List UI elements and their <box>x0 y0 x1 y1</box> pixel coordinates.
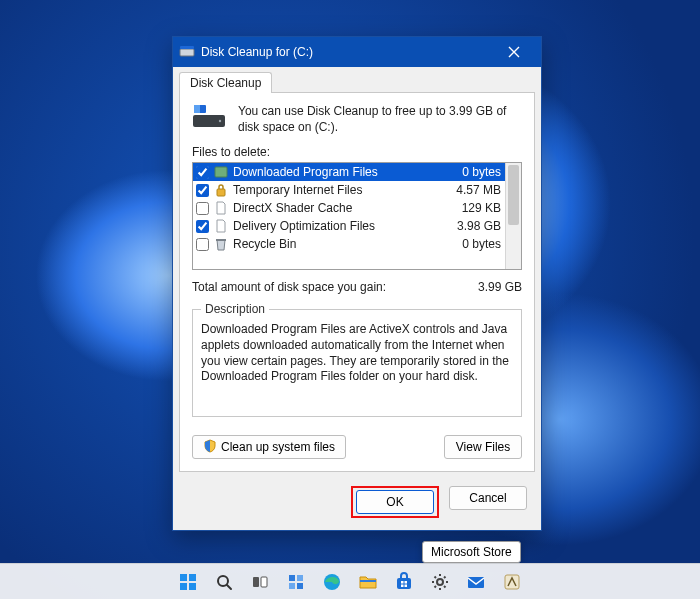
task-view-icon[interactable] <box>245 567 275 597</box>
svg-rect-11 <box>180 583 187 590</box>
file-checkbox[interactable] <box>196 166 209 179</box>
svg-rect-15 <box>261 577 267 587</box>
svg-rect-9 <box>180 574 187 581</box>
file-size: 0 bytes <box>462 237 505 251</box>
svg-rect-17 <box>297 575 303 581</box>
cleanup-system-files-label: Clean up system files <box>221 440 335 454</box>
ok-button[interactable]: OK <box>356 490 434 514</box>
description-group: Description Downloaded Program Files are… <box>192 302 522 417</box>
svg-rect-28 <box>468 577 484 588</box>
description-text: Downloaded Program Files are ActiveX con… <box>201 322 513 408</box>
view-files-button[interactable]: View Files <box>444 435 522 459</box>
file-explorer-icon[interactable] <box>353 567 383 597</box>
svg-point-5 <box>219 120 221 122</box>
file-name: Recycle Bin <box>233 237 458 251</box>
file-icon <box>213 200 229 216</box>
file-row[interactable]: Delivery Optimization Files3.98 GB <box>193 217 521 235</box>
taskbar[interactable] <box>0 563 700 599</box>
files-to-delete-label: Files to delete: <box>192 145 522 159</box>
svg-rect-7 <box>217 189 225 196</box>
svg-rect-25 <box>401 584 404 587</box>
file-icon <box>213 236 229 252</box>
taskbar-tooltip: Microsoft Store <box>422 541 521 563</box>
file-name: Downloaded Program Files <box>233 165 458 179</box>
intro-text: You can use Disk Cleanup to free up to 3… <box>238 103 522 135</box>
total-value: 3.99 GB <box>478 280 522 294</box>
app-icon[interactable] <box>497 567 527 597</box>
file-checkbox[interactable] <box>196 202 209 215</box>
close-button[interactable] <box>493 39 535 65</box>
widgets-icon[interactable] <box>281 567 311 597</box>
search-icon[interactable] <box>209 567 239 597</box>
svg-rect-6 <box>215 167 227 177</box>
file-row[interactable]: Downloaded Program Files0 bytes <box>193 163 521 181</box>
dialog-actions: OK Cancel <box>173 478 541 530</box>
total-label: Total amount of disk space you gain: <box>192 280 478 294</box>
window-title: Disk Cleanup for (C:) <box>201 45 493 59</box>
svg-rect-1 <box>180 46 194 49</box>
file-icon <box>213 218 229 234</box>
file-size: 4.57 MB <box>456 183 505 197</box>
svg-rect-3 <box>194 105 200 113</box>
scrollbar[interactable] <box>505 163 521 269</box>
titlebar[interactable]: Disk Cleanup for (C:) <box>173 37 541 67</box>
svg-rect-14 <box>253 577 259 587</box>
mail-icon[interactable] <box>461 567 491 597</box>
panel-actions: Clean up system files View Files <box>192 435 522 459</box>
intro-row: You can use Disk Cleanup to free up to 3… <box>192 103 522 135</box>
start-icon[interactable] <box>173 567 203 597</box>
cleanup-system-files-button[interactable]: Clean up system files <box>192 435 346 459</box>
settings-icon[interactable] <box>425 567 455 597</box>
svg-rect-24 <box>405 581 408 584</box>
svg-rect-18 <box>289 583 295 589</box>
svg-rect-10 <box>189 574 196 581</box>
svg-rect-22 <box>397 578 411 589</box>
dialog-client: Disk Cleanup You can use Disk Cleanup to… <box>173 67 541 530</box>
file-row[interactable]: Recycle Bin0 bytes <box>193 235 521 253</box>
shield-icon <box>203 439 217 456</box>
file-size: 0 bytes <box>462 165 505 179</box>
svg-rect-19 <box>297 583 303 589</box>
ok-highlight: OK <box>351 486 439 518</box>
svg-point-27 <box>437 579 443 585</box>
files-listbox[interactable]: Downloaded Program Files0 bytesTemporary… <box>192 162 522 270</box>
description-legend: Description <box>201 302 269 316</box>
file-name: Delivery Optimization Files <box>233 219 453 233</box>
svg-rect-8 <box>216 239 226 241</box>
file-checkbox[interactable] <box>196 220 209 233</box>
disk-cleanup-dialog: Disk Cleanup for (C:) Disk Cleanup You c… <box>172 36 542 531</box>
file-name: Temporary Internet Files <box>233 183 452 197</box>
file-size: 129 KB <box>462 201 505 215</box>
svg-rect-21 <box>360 580 376 582</box>
drive-large-icon <box>192 103 226 129</box>
tab-disk-cleanup[interactable]: Disk Cleanup <box>179 72 272 93</box>
tab-strip: Disk Cleanup <box>173 71 541 92</box>
file-icon <box>213 182 229 198</box>
store-icon[interactable] <box>389 567 419 597</box>
file-name: DirectX Shader Cache <box>233 201 458 215</box>
drive-icon <box>179 44 195 60</box>
file-size: 3.98 GB <box>457 219 505 233</box>
file-checkbox[interactable] <box>196 184 209 197</box>
tab-panel: You can use Disk Cleanup to free up to 3… <box>179 92 535 472</box>
total-row: Total amount of disk space you gain: 3.9… <box>192 280 522 294</box>
svg-rect-23 <box>401 581 404 584</box>
svg-rect-16 <box>289 575 295 581</box>
svg-rect-0 <box>180 49 194 56</box>
svg-rect-12 <box>189 583 196 590</box>
edge-icon[interactable] <box>317 567 347 597</box>
scroll-thumb[interactable] <box>508 165 519 225</box>
file-icon <box>213 164 229 180</box>
cancel-button[interactable]: Cancel <box>449 486 527 510</box>
file-checkbox[interactable] <box>196 238 209 251</box>
file-row[interactable]: DirectX Shader Cache129 KB <box>193 199 521 217</box>
file-row[interactable]: Temporary Internet Files4.57 MB <box>193 181 521 199</box>
svg-rect-26 <box>405 584 408 587</box>
